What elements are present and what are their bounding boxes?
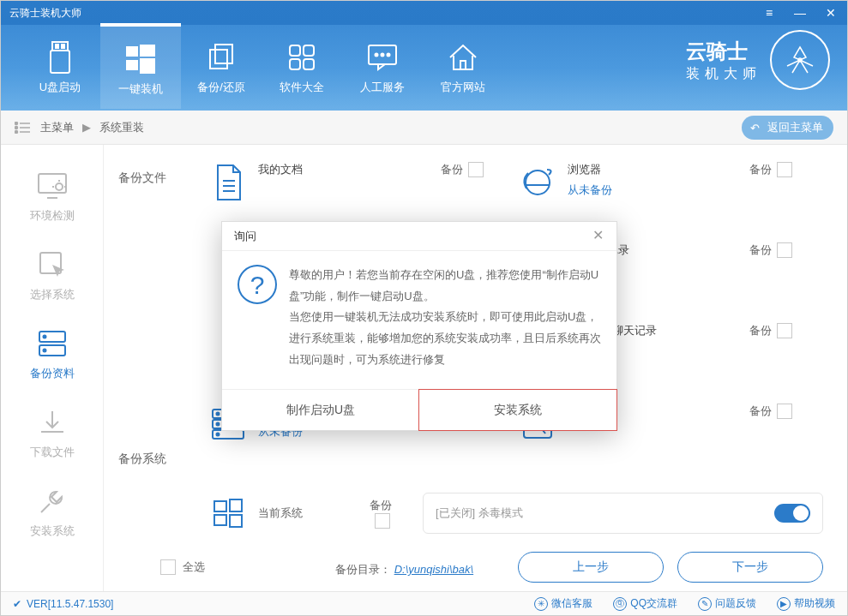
dialog-make-usb-button[interactable]: 制作启动U盘 [222, 390, 419, 430]
svg-rect-8 [210, 50, 227, 69]
usb-icon [43, 40, 77, 75]
sidebar-item-env-check[interactable]: 环境检测 [1, 157, 103, 236]
antivirus-mode-box: [已关闭] 杀毒模式 [423, 493, 823, 534]
nav-label: 人工服务 [360, 80, 405, 95]
wechat-icon: ✳ [534, 597, 548, 611]
nav-label: 备份/还原 [197, 80, 245, 95]
svg-rect-11 [304, 45, 314, 56]
svg-rect-2 [56, 45, 58, 48]
chevron-right-icon: ▶ [82, 121, 91, 134]
question-icon: ? [238, 265, 277, 304]
sidebar-item-label: 下载文件 [30, 445, 75, 460]
svg-rect-10 [290, 45, 300, 56]
svg-rect-6 [126, 60, 138, 70]
titlebar: 云骑士装机大师 ≡ — ✕ [1, 1, 847, 25]
list-icon [15, 120, 33, 135]
chat-icon [365, 40, 400, 75]
undo-icon: ↶ [750, 122, 760, 135]
breadcrumb-root[interactable]: 主菜单 [40, 120, 74, 135]
svg-point-43 [217, 434, 220, 436]
sidebar-item-select-system[interactable]: 选择系统 [1, 236, 103, 314]
svg-rect-12 [290, 59, 300, 69]
section-backup-files-label: 备份文件 [104, 170, 181, 186]
dialog-titlebar: 询问 ✕ [222, 222, 616, 251]
cursor-square-icon [35, 248, 69, 282]
home-icon [446, 40, 480, 75]
nav-support[interactable]: 人工服务 [342, 25, 423, 111]
close-button[interactable]: ✕ [823, 5, 839, 21]
feedback-icon: ✎ [698, 597, 712, 611]
sidebar-item-label: 备份资料 [30, 366, 75, 381]
brand-sub: 装机大师 [686, 65, 761, 83]
nav-onekey-install[interactable]: 一键装机 [100, 23, 181, 109]
svg-rect-5 [140, 45, 155, 57]
svg-rect-13 [304, 59, 314, 69]
svg-rect-47 [214, 501, 226, 511]
svg-point-17 [388, 54, 390, 57]
breadcrumb-current: 系统重装 [99, 120, 144, 135]
svg-point-22 [15, 126, 18, 129]
sidebar-item-install[interactable]: 安装系统 [1, 472, 103, 551]
dialog-message: 尊敬的用户！若您当前存在空闲的U盘，推荐您使用“制作启动U盘”功能，制作一键启动… [289, 265, 601, 370]
app-title: 云骑士装机大师 [9, 6, 81, 21]
item-status: 从未备份 [568, 182, 612, 198]
sidebar-item-label: 选择系统 [30, 287, 75, 302]
version-label: VER [27, 598, 48, 610]
top-nav: U盘启动 一键装机 备份/还原 软件大全 人工服务 官方网站 云骑士 装机大师 [1, 25, 847, 111]
footer-link-qq[interactable]: ⓠQQ交流群 [613, 596, 677, 611]
breadcrumb: 主菜单 ▶ 系统重装 ↶ 返回主菜单 [1, 111, 847, 145]
svg-rect-9 [215, 45, 232, 63]
svg-point-15 [376, 54, 378, 57]
brand: 云骑士 装机大师 [686, 30, 830, 90]
svg-point-28 [56, 183, 63, 190]
svg-rect-48 [230, 499, 242, 511]
backup-checkbox[interactable]: 备份 [749, 242, 792, 258]
sidebar-item-label: 环境检测 [30, 208, 75, 224]
footer-link-wechat[interactable]: ✳微信客服 [534, 596, 592, 611]
menu-button[interactable]: ≡ [761, 5, 777, 21]
file-icon [205, 162, 251, 203]
backup-checkbox[interactable]: 备份 [370, 498, 392, 529]
prev-button[interactable]: 上一步 [518, 552, 664, 583]
nav-software[interactable]: 软件大全 [262, 25, 342, 111]
backup-item-my-documents: 我的文档 备份 [205, 162, 514, 213]
dialog-title: 询问 [234, 229, 256, 244]
svg-point-41 [217, 413, 220, 416]
backup-checkbox[interactable]: 备份 [441, 162, 484, 177]
footer-link-help-video[interactable]: ▶帮助视频 [777, 596, 835, 611]
svg-rect-4 [126, 46, 138, 57]
item-name: 我的文档 [258, 162, 303, 177]
dialog-install-system-button[interactable]: 安装系统 [418, 389, 617, 431]
confirm-dialog: 询问 ✕ ? 尊敬的用户！若您当前存在空闲的U盘，推荐您使用“制作启动U盘”功能… [221, 221, 617, 431]
nav-label: 官方网站 [441, 80, 485, 95]
mode-text: [已关闭] 杀毒模式 [436, 505, 523, 521]
footer-link-feedback[interactable]: ✎问题反馈 [698, 596, 756, 611]
sidebar-item-download[interactable]: 下载文件 [1, 393, 103, 472]
dialog-close-button[interactable]: ✕ [592, 227, 610, 244]
backup-checkbox[interactable]: 备份 [749, 323, 792, 338]
download-icon [35, 405, 69, 440]
footer: ✔ VER [11.5.47.1530] ✳微信客服 ⓠQQ交流群 ✎问题反馈 … [1, 591, 847, 615]
nav-usb-boot[interactable]: U盘启动 [20, 25, 100, 111]
backup-checkbox[interactable]: 备份 [749, 404, 792, 419]
nav-website[interactable]: 官方网站 [423, 25, 503, 111]
sidebar-item-backup-data[interactable]: 备份资料 [1, 314, 103, 393]
svg-point-16 [382, 54, 384, 57]
backup-checkbox[interactable]: 备份 [749, 162, 792, 177]
antivirus-toggle[interactable] [774, 504, 810, 523]
windows-icon [123, 42, 158, 76]
dir-label: 备份目录： [335, 563, 391, 576]
nav-label: 一键装机 [118, 81, 163, 97]
back-to-main-button[interactable]: ↶ 返回主菜单 [742, 116, 833, 140]
nav-backup-restore[interactable]: 备份/还原 [181, 25, 262, 111]
svg-point-20 [15, 122, 18, 124]
sidebar: 环境检测 选择系统 备份资料 下载文件 安装系统 [1, 145, 104, 591]
monitor-gear-icon [35, 169, 69, 203]
brand-seal-icon [770, 30, 830, 90]
next-button[interactable]: 下一步 [677, 552, 823, 583]
minimize-button[interactable]: — [792, 5, 808, 21]
backup-dir-link[interactable]: D:\yunqishi\bak\ [394, 563, 474, 576]
svg-point-32 [43, 336, 45, 338]
backup-item-browser: 浏览器从未备份 备份 [514, 162, 824, 213]
svg-rect-50 [230, 515, 242, 527]
